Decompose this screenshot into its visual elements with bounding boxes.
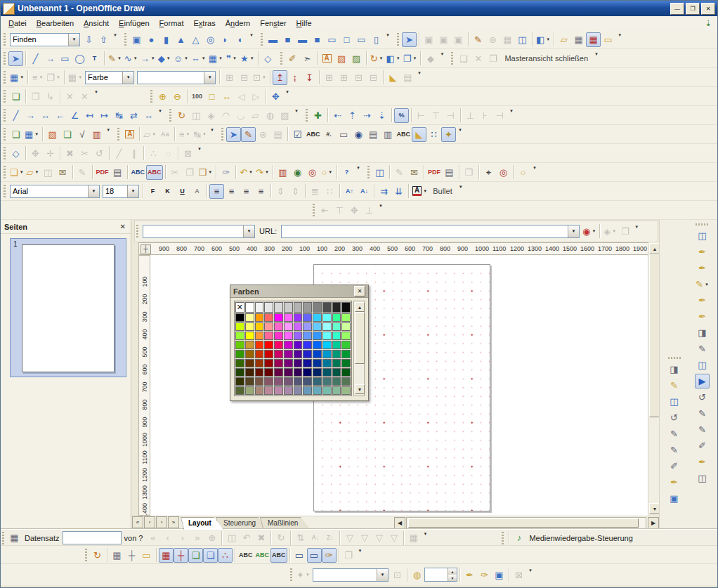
transparency-mode-button[interactable]: ◍ <box>263 108 278 123</box>
move-points-button[interactable]: ✥ <box>28 146 43 161</box>
target-frame-button[interactable]: ◉▼ <box>581 224 597 239</box>
gradient-mode-button[interactable]: ▨ <box>278 108 292 123</box>
color-swatch[interactable] <box>322 332 332 340</box>
internet-name-combo[interactable]: ▼ <box>143 225 255 238</box>
form-filter-button[interactable]: ▽ <box>372 530 386 545</box>
zoom-button-dropdown-icon[interactable]: ▼ <box>328 170 332 174</box>
color-swatch[interactable] <box>294 377 303 386</box>
navigator-button[interactable]: ◎ <box>305 165 320 180</box>
color-swatch[interactable] <box>341 350 351 358</box>
rounded-square-unfilled-button[interactable]: ▯ <box>369 32 384 47</box>
half-sphere-button[interactable]: ◖ <box>233 32 247 47</box>
snap-to-grid-button[interactable]: ▦ <box>586 32 601 47</box>
color-swatch[interactable] <box>264 350 273 358</box>
align-right-button[interactable]: ≡ <box>239 184 254 199</box>
pages-panel-close-icon[interactable]: ✕ <box>119 223 127 230</box>
pyramid-button[interactable]: △ <box>188 32 203 47</box>
horizontal-scrollbar[interactable]: ◀ ▶ <box>393 517 659 529</box>
flowchart-button[interactable]: ▦▼ <box>207 51 224 66</box>
merge-cells-button[interactable]: ⊞ <box>222 70 237 85</box>
find-up-button[interactable]: ⇧ <box>96 32 111 47</box>
dock-inner-pen-3-button[interactable]: ✎ <box>667 443 681 457</box>
color-swatch[interactable] <box>245 313 254 322</box>
dock-inner-pen-button[interactable]: ✎ <box>667 378 681 393</box>
snap-margins-button[interactable]: ❏ <box>188 548 203 563</box>
delete-points-button[interactable]: ✖ <box>63 146 77 161</box>
insert-picture-button[interactable]: ▧ <box>334 51 349 66</box>
vertical-ruler[interactable]: 1002003004005006007008009001000110012001… <box>138 255 150 516</box>
rename-master-button[interactable]: ❐ <box>485 51 500 66</box>
color-swatch[interactable] <box>313 368 322 377</box>
color-swatch[interactable] <box>313 386 322 395</box>
basic-shapes-button[interactable]: ◆▼ <box>157 51 172 66</box>
transparency-spin-input[interactable] <box>425 568 448 581</box>
redo-button[interactable]: ↷▼ <box>254 165 270 180</box>
large-handles-button[interactable]: ▭ <box>307 548 322 563</box>
snap-object-border-button[interactable]: ❏ <box>203 548 218 563</box>
ruler-origin-button[interactable]: ┼ <box>141 244 151 254</box>
document-arrow-icon[interactable]: ⇣ <box>705 18 714 28</box>
menu-format[interactable]: Format <box>155 18 189 29</box>
alignment-button[interactable]: ◧▼ <box>385 51 402 66</box>
undo-button[interactable]: ↶▼ <box>238 165 254 180</box>
italic-button[interactable]: K <box>160 184 175 199</box>
color-swatch[interactable] <box>274 350 283 358</box>
color-swatch[interactable] <box>322 302 332 313</box>
page-thumbnail[interactable] <box>22 244 115 372</box>
color-swatch[interactable] <box>322 368 332 377</box>
area-fill-combo-dropdown-icon[interactable]: ▼ <box>204 72 215 84</box>
datasource-icon-button[interactable]: ▦ <box>7 530 22 545</box>
connector-button-dropdown-icon[interactable]: ▼ <box>133 56 138 60</box>
font-color-button-dropdown-icon[interactable]: ▼ <box>423 189 427 193</box>
duplicate-page-button[interactable]: ❐ <box>28 89 43 104</box>
palette-scrollbar[interactable]: ▲ ▼ <box>353 301 365 396</box>
color-swatch[interactable] <box>245 322 254 331</box>
options-bottom-toolbar-grip[interactable] <box>85 549 87 561</box>
rounded-square-button[interactable]: ■ <box>310 32 325 47</box>
line-square-arrow-button[interactable]: ↹ <box>112 108 126 123</box>
horizontal-ruler[interactable]: ┼ 90080070060050040030020010010020030040… <box>138 242 648 255</box>
paste-button[interactable]: ❒▼ <box>197 165 214 180</box>
color-swatch[interactable] <box>294 341 303 349</box>
label-field-button[interactable]: ABC <box>305 127 322 142</box>
glue-v-top-button[interactable]: ⊥ <box>463 108 478 123</box>
block-arrows-button-dropdown-icon[interactable]: ▼ <box>202 56 206 60</box>
line-spacing-button[interactable]: ⇕ <box>273 184 288 199</box>
dock-pen-dropdown-button-dropdown-icon[interactable]: ▼ <box>705 282 709 287</box>
color-swatch[interactable] <box>235 386 244 395</box>
insert-row-button[interactable]: ⊞ <box>322 70 337 85</box>
email-button[interactable]: ✉ <box>56 165 70 180</box>
menu-extras[interactable]: Extras <box>188 18 220 29</box>
horizontal-scrollbar-thumb[interactable] <box>408 518 639 528</box>
font-name-combo[interactable]: ▼ <box>10 185 100 198</box>
save-doc-button[interactable]: ◫ <box>372 165 387 180</box>
options-toolbar-grip[interactable] <box>397 33 399 46</box>
fontwork-shape-button[interactable]: ▱▼ <box>142 127 157 142</box>
color-swatch[interactable] <box>313 332 322 340</box>
graphic-filter-button[interactable]: ✦▼ <box>295 568 311 582</box>
paragraph-spacing-button[interactable]: ⇕ <box>288 184 303 199</box>
frame-button[interactable]: ❐ <box>618 224 632 239</box>
color-swatch[interactable] <box>332 368 341 377</box>
list-box-button[interactable]: ▤ <box>366 127 381 142</box>
options-toolbar-more[interactable]: ▼ <box>615 31 624 48</box>
tab-steuerung[interactable]: Steuerung <box>216 517 268 530</box>
undo-button-dropdown-icon[interactable]: ▼ <box>249 170 253 174</box>
color-swatch[interactable] <box>341 359 351 367</box>
palette-scroll-down-button[interactable]: ▼ <box>355 384 365 394</box>
top-to-bottom-button[interactable]: ⇊ <box>391 184 406 199</box>
transparency-spin-buttons[interactable]: ▲▼ <box>448 568 457 581</box>
snap-object-points-button[interactable]: ∴ <box>218 548 233 563</box>
alignment-button-dropdown-icon[interactable]: ▼ <box>396 56 400 60</box>
rotate-mode-button[interactable]: ↻ <box>174 108 189 123</box>
email-doc-button[interactable]: ✉ <box>407 165 422 180</box>
color-swatch[interactable] <box>313 302 322 313</box>
dock-ink-1-button[interactable]: ✒ <box>695 244 710 259</box>
rectangles-more[interactable]: ▼ <box>384 31 392 48</box>
line-arrow-right-button[interactable]: ↦ <box>97 108 112 123</box>
redo-button-dropdown-icon[interactable]: ▼ <box>265 170 269 174</box>
color-swatch[interactable] <box>303 313 312 322</box>
tab-nav-first-button[interactable]: « <box>132 516 143 528</box>
drawing-canvas[interactable] <box>150 255 648 516</box>
glue-v-bottom-button[interactable]: ⊣ <box>492 108 507 123</box>
